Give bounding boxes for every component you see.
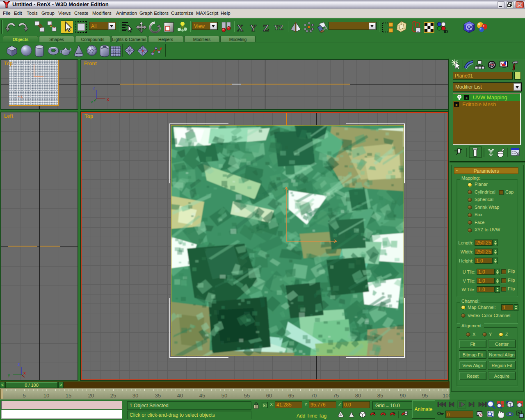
svg-text:%: %	[393, 411, 395, 415]
svg-text:z: z	[93, 85, 95, 90]
svg-text:Z: Z	[263, 23, 269, 33]
svg-text:55: 55	[244, 393, 250, 399]
svg-text:YZ: YZ	[274, 24, 284, 32]
svg-text:100: 100	[443, 393, 450, 399]
svg-text:x: x	[23, 370, 26, 375]
svg-text:X: X	[237, 23, 244, 33]
svg-text:20: 20	[88, 393, 94, 399]
svg-text:60: 60	[266, 393, 272, 399]
svg-text:75: 75	[333, 393, 339, 399]
svg-text:3: 3	[373, 411, 375, 415]
svg-text:15: 15	[66, 393, 71, 399]
svg-text:80: 80	[355, 393, 361, 399]
svg-text:10: 10	[43, 393, 49, 399]
svg-text:y: y	[91, 99, 93, 103]
svg-text:z: z	[18, 362, 20, 367]
svg-text:90: 90	[400, 393, 406, 399]
svg-text:5: 5	[23, 393, 25, 399]
svg-text:40: 40	[177, 393, 183, 399]
svg-text:95: 95	[422, 393, 428, 399]
svg-text:65: 65	[288, 393, 294, 399]
svg-text:Y: Y	[250, 23, 257, 33]
svg-text:50: 50	[221, 393, 227, 399]
svg-text:30: 30	[132, 393, 138, 399]
svg-text:85: 85	[377, 393, 383, 399]
svg-text:x: x	[107, 97, 109, 102]
svg-text:35: 35	[155, 393, 161, 399]
svg-text:70: 70	[311, 393, 317, 399]
svg-text:y: y	[8, 372, 10, 377]
svg-text:ID: ID	[444, 30, 448, 34]
svg-text:45: 45	[199, 393, 205, 399]
svg-text:25: 25	[110, 393, 116, 399]
